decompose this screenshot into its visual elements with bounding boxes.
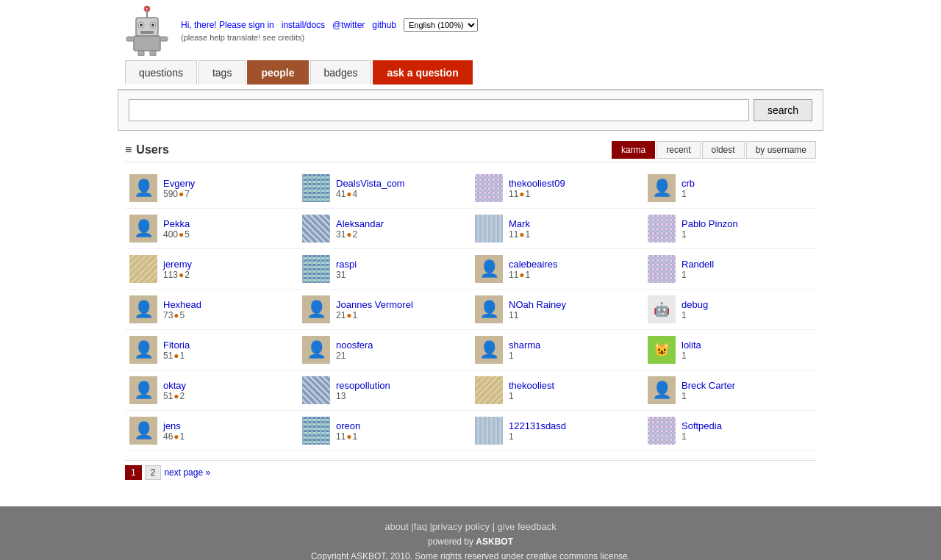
page-2[interactable]: 2: [145, 465, 162, 480]
header: ? askbot Hi, there! Please sign in insta…: [118, 0, 823, 90]
user-name-link[interactable]: Joannes Vermorel: [336, 299, 413, 310]
user-card: 👤oktay51●2: [125, 370, 298, 411]
user-karma: 11●1: [509, 270, 558, 280]
user-name-link[interactable]: jens: [163, 420, 185, 431]
user-karma: 400●5: [163, 229, 190, 240]
user-info: jens46●1: [163, 420, 185, 442]
user-karma: 1: [509, 351, 540, 361]
user-name-link[interactable]: Mark: [509, 218, 530, 229]
nav-people[interactable]: people: [247, 60, 308, 85]
footer-privacy-link[interactable]: |privacy policy: [429, 521, 489, 532]
footer-feedback-link[interactable]: give feedback: [498, 521, 557, 532]
github-link[interactable]: github: [372, 20, 396, 30]
sort-tab-by-username[interactable]: by username: [746, 141, 816, 159]
user-name-link[interactable]: 122131sdasd: [509, 420, 566, 431]
user-name-link[interactable]: Aleksandar: [336, 218, 384, 229]
user-name-link[interactable]: thekooliest09: [509, 178, 565, 189]
page-1[interactable]: 1: [125, 465, 142, 480]
user-card: 🤖debug1: [643, 290, 816, 330]
user-name-link[interactable]: oreon: [336, 420, 360, 431]
user-karma: 73●5: [163, 310, 201, 320]
sort-tab-oldest[interactable]: oldest: [702, 141, 745, 159]
user-name-link[interactable]: Pekka: [163, 218, 190, 229]
user-info: Pekka400●5: [163, 218, 190, 240]
karma-dot: ●: [173, 310, 179, 320]
user-avatar: 😺: [648, 336, 676, 364]
user-card: Softpedia1: [643, 411, 816, 451]
askbot-link[interactable]: ASKBOT: [476, 536, 513, 547]
user-avatar: [475, 376, 503, 404]
karma-dot: ●: [173, 431, 179, 442]
user-name-link[interactable]: noosfera: [336, 340, 373, 351]
user-karma: 113●2: [163, 270, 192, 280]
user-name-link[interactable]: Evgeny: [163, 178, 195, 189]
user-name-link[interactable]: Breck Carter: [681, 380, 735, 391]
user-avatar: [302, 174, 330, 202]
user-name-link[interactable]: thekooliest: [509, 380, 554, 391]
user-name-link[interactable]: calebeaires: [509, 259, 558, 270]
users-grid: 👤Evgeny590●7DealsVista_com41●4thekoolies…: [125, 168, 816, 451]
footer-links: about |faq |privacy policy | give feedba…: [7, 521, 934, 532]
user-karma: 1: [509, 431, 566, 442]
svg-rect-13: [160, 37, 168, 41]
user-info: Joannes Vermorel21●1: [336, 299, 413, 320]
karma-dot: ●: [519, 189, 524, 199]
sign-in-link[interactable]: Hi, there! Please sign in: [181, 20, 274, 30]
user-info: NOah Rainey11: [509, 299, 566, 320]
user-avatar: [302, 376, 330, 404]
user-avatar: 👤: [648, 376, 676, 404]
user-avatar: 👤: [475, 255, 503, 283]
nav-questions[interactable]: questions: [125, 60, 197, 85]
svg-rect-10: [138, 51, 144, 56]
nav-ask-question[interactable]: ask a question: [373, 60, 472, 85]
user-name-link[interactable]: jeremy: [163, 259, 192, 270]
sort-tabs: karma recent oldest by username: [612, 141, 816, 159]
user-avatar: [648, 417, 676, 445]
user-name-link[interactable]: raspi: [336, 259, 357, 270]
translate-note: (please help translate! see credits): [181, 33, 478, 42]
content: Users karma recent oldest by username 👤E…: [118, 138, 823, 484]
user-card: 👤Evgeny590●7: [125, 168, 298, 209]
user-card: 👤Pekka400●5: [125, 209, 298, 249]
search-button[interactable]: search: [754, 99, 812, 121]
user-card: resopollution13: [298, 370, 470, 411]
sort-tab-recent[interactable]: recent: [656, 141, 700, 159]
nav-badges[interactable]: badges: [310, 60, 372, 85]
user-card: Mark11●1: [470, 209, 643, 249]
user-name-link[interactable]: Hexhead: [163, 299, 201, 310]
search-input[interactable]: [129, 99, 749, 121]
header-top-links: Hi, there! Please sign in install/docs @…: [181, 18, 478, 32]
user-name-link[interactable]: debug: [681, 299, 708, 310]
user-name-link[interactable]: Fitoria: [163, 340, 190, 351]
user-name-link[interactable]: sharma: [509, 340, 540, 351]
user-karma: 51●1: [163, 351, 190, 361]
user-name-link[interactable]: lolita: [681, 340, 701, 351]
next-page-link[interactable]: next page »: [164, 467, 210, 478]
user-karma: 1: [681, 229, 738, 240]
logo-area: ? askbot: [125, 4, 169, 56]
user-info: DealsVista_com41●4: [336, 178, 405, 199]
user-name-link[interactable]: crb: [681, 178, 695, 189]
footer-about-link[interactable]: about: [384, 521, 409, 532]
karma-dot: ●: [346, 431, 351, 442]
user-name-link[interactable]: Softpedia: [681, 420, 722, 431]
user-name-link[interactable]: resopollution: [336, 380, 390, 391]
user-card: 👤calebeaires11●1: [470, 249, 643, 290]
user-name-link[interactable]: DealsVista_com: [336, 178, 405, 189]
nav-tags[interactable]: tags: [198, 60, 246, 85]
install-docs-link[interactable]: install/docs: [282, 20, 325, 30]
user-name-link[interactable]: Pablo Pinzon: [681, 218, 738, 229]
user-name-link[interactable]: Randell: [681, 259, 714, 270]
language-select[interactable]: English (100%): [404, 18, 478, 32]
user-info: Evgeny590●7: [163, 178, 195, 199]
user-card: 122131sdasd1: [470, 411, 643, 451]
user-card: 👤Breck Carter1: [643, 370, 816, 411]
user-name-link[interactable]: oktay: [163, 380, 186, 391]
twitter-link[interactable]: @twitter: [332, 20, 365, 30]
user-avatar: 👤: [475, 295, 503, 323]
footer-faq-link[interactable]: |faq: [411, 521, 426, 532]
sort-tab-karma[interactable]: karma: [612, 141, 655, 159]
user-name-link[interactable]: NOah Rainey: [509, 299, 566, 310]
user-card: 👤noosfera21: [298, 330, 470, 370]
user-card: Randell1: [643, 249, 816, 290]
